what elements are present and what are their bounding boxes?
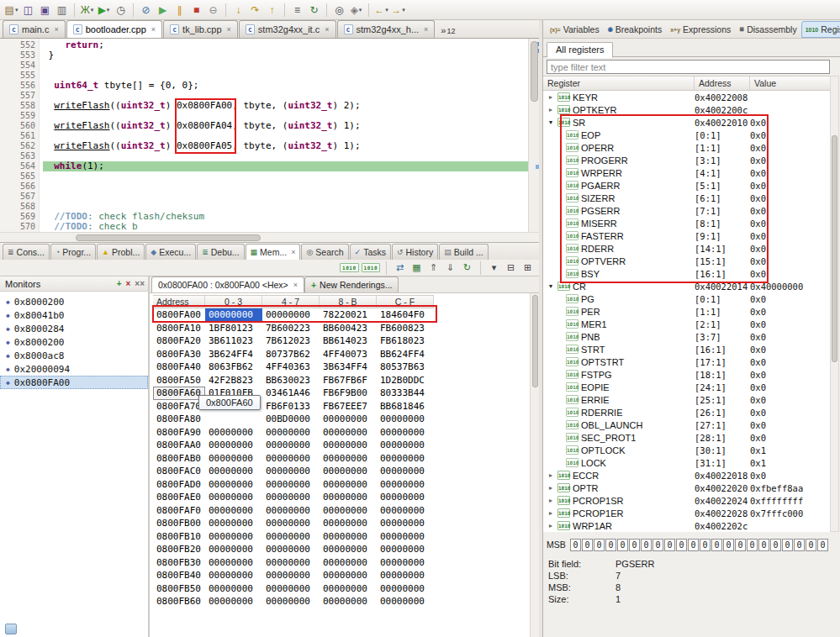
memory-address-cell[interactable]: 0800FB00 xyxy=(153,517,205,530)
memory-value-cell[interactable]: 00000000 xyxy=(320,478,377,492)
memory-value-cell[interactable]: 7B600223 xyxy=(262,322,320,335)
memory-address-cell[interactable]: 0800FAE0 xyxy=(153,491,205,504)
memory-value-cell[interactable]: 00000000 xyxy=(377,556,434,570)
memory-value-cell[interactable]: 00BD0000 xyxy=(262,413,320,426)
scrollbar-thumb[interactable] xyxy=(832,135,837,362)
register-row[interactable]: ▸1010PCROP1ER0x400220280x7fffc000 xyxy=(543,507,830,519)
memory-monitor-item[interactable]: ◆0x8000200 xyxy=(0,295,148,308)
remove-all-monitors-button[interactable]: ×× xyxy=(135,279,145,288)
tab-registers[interactable]: 1010Registers xyxy=(801,21,840,38)
register-row[interactable]: 1010OPTLOCK[30:1]0x1 xyxy=(543,444,830,456)
dropdown-arrow-icon[interactable]: ▾ xyxy=(359,7,362,13)
memory-value-cell[interactable]: FB67FB6F xyxy=(320,374,377,387)
memory-value-cell[interactable]: BB681846 xyxy=(377,400,434,413)
view-tab-progr[interactable]: ◔Progr... xyxy=(50,244,96,260)
register-row[interactable]: 1010EOPIE[24:1]0x0 xyxy=(543,381,830,393)
register-row[interactable]: 1010LOCK[31:1]0x1 xyxy=(543,456,830,469)
view-tab-probl[interactable]: ▲Probl... xyxy=(97,244,145,260)
memory-value-cell[interactable]: 00000000 xyxy=(377,491,434,504)
memory-address-cell[interactable]: 0800FAF0 xyxy=(153,504,205,518)
memory-value-cell[interactable]: 00000000 xyxy=(205,465,262,478)
memory-address-cell[interactable]: 0800FAD0 xyxy=(153,478,205,492)
memory-address-cell[interactable]: 0800FB10 xyxy=(153,530,205,544)
memory-address-cell[interactable]: 0800FA40 xyxy=(153,361,205,374)
memory-rendering-tab[interactable]: 0x0800FA00 : 0x800FA00 <Hex> × xyxy=(151,276,304,292)
maximize-view-button[interactable]: ⊞ xyxy=(520,261,535,275)
register-row[interactable]: 1010OBL_LAUNCH[27:1]0x0 xyxy=(543,419,830,431)
memory-value-cell[interactable]: 00000000 xyxy=(262,504,320,518)
expand-arrow-icon[interactable]: ▸ xyxy=(547,509,555,517)
memory-value-cell[interactable]: 00000000 xyxy=(377,595,434,608)
scrollbar-thumb[interactable] xyxy=(76,234,261,241)
memory-value-cell[interactable] xyxy=(205,413,262,426)
memory-value-cell[interactable]: 00000000 xyxy=(205,556,262,570)
register-row[interactable]: ▸1010KEYR0x40022008 xyxy=(543,91,830,103)
tab-disassembly[interactable]: ≣Disassembly xyxy=(735,21,800,38)
memory-value-cell[interactable]: 00000000 xyxy=(320,530,377,544)
memory-column-header[interactable]: Address xyxy=(153,296,205,308)
memory-value-cell[interactable]: 78220021 xyxy=(320,308,377,322)
memory-address-cell[interactable]: 0800FA60 xyxy=(153,387,205,400)
editor-tab-stm32g4xx-it-c[interactable]: cstm32g4xx_it.c× xyxy=(239,20,336,38)
toggle-memory-monitors-pane-button[interactable]: 1010 xyxy=(340,261,358,275)
memory-value-cell[interactable]: 00000000 xyxy=(262,569,320,582)
register-row[interactable]: 1010BSY[16:1]0x0 xyxy=(543,267,830,280)
editor-tab-overflow[interactable]: »12 xyxy=(441,25,455,35)
export-memory-button[interactable]: ⇑ xyxy=(426,261,441,275)
register-column-header[interactable]: Value xyxy=(750,76,830,90)
memory-value-cell[interactable]: 00000000 xyxy=(377,478,434,492)
memory-value-cell[interactable]: 1BF80123 xyxy=(205,322,262,335)
register-row[interactable]: 1010OPTSTRT[17:1]0x0 xyxy=(543,355,830,368)
expand-arrow-icon[interactable]: ▸ xyxy=(547,484,555,492)
memory-value-cell[interactable]: 00000000 xyxy=(205,530,262,544)
close-icon[interactable]: × xyxy=(227,25,231,34)
register-row[interactable]: 1010PROGERR[3:1]0x0 xyxy=(543,154,830,166)
editor-vertical-scrollbar[interactable] xyxy=(528,39,540,232)
memory-value-cell[interactable]: 00000000 xyxy=(205,517,262,530)
disconnect-button[interactable]: ⊖ xyxy=(205,2,221,18)
memory-value-cell[interactable]: BB630023 xyxy=(262,374,320,387)
editor-horizontal-scrollbar[interactable] xyxy=(0,232,540,242)
close-icon[interactable]: × xyxy=(151,25,156,34)
tab-variables[interactable]: (x)=Variables xyxy=(546,21,604,38)
memory-value-cell[interactable]: 00000000 xyxy=(205,308,262,322)
link-memory-rendering-button[interactable]: ⇄ xyxy=(393,261,407,275)
memory-value-cell[interactable]: 00000000 xyxy=(377,543,434,556)
step-over-button[interactable]: ↷ xyxy=(247,2,263,18)
memory-value-cell[interactable]: 00000000 xyxy=(320,465,377,478)
memory-value-cell[interactable]: 00000000 xyxy=(320,426,377,440)
memory-value-cell[interactable]: 00000000 xyxy=(205,595,262,608)
memory-value-cell[interactable]: 00000000 xyxy=(262,308,320,322)
close-icon[interactable]: × xyxy=(291,248,295,256)
memory-monitor-item[interactable]: ◆0x8000200 xyxy=(0,335,148,349)
memory-value-cell[interactable]: 00000000 xyxy=(205,569,262,582)
editor-tab-stm32g4xx-h[interactable]: cstm32g4xx_h...× xyxy=(337,20,436,38)
memory-monitor-item[interactable]: ◆0x20000094 xyxy=(0,362,148,376)
debug-button[interactable]: Ж▾ xyxy=(79,2,95,18)
register-column-header[interactable]: Address xyxy=(695,76,750,90)
register-row[interactable]: ▾1010CR0x400220140x40000000 xyxy=(543,280,830,292)
memory-value-cell[interactable]: 00000000 xyxy=(205,452,262,466)
register-row[interactable]: 1010PGAERR[5:1]0x0 xyxy=(543,179,830,192)
step-into-button[interactable]: ↓ xyxy=(230,2,246,18)
memory-value-cell[interactable]: 42F2B823 xyxy=(205,374,262,387)
forward-button[interactable]: →▾ xyxy=(390,2,406,18)
register-row[interactable]: 1010EOP[0:1]0x0 xyxy=(543,129,830,141)
memory-value-cell[interactable]: 80333B44 xyxy=(377,387,434,400)
view-tab-execu[interactable]: ◆Execu... xyxy=(145,244,196,260)
terminate-button[interactable]: ■ xyxy=(188,2,204,18)
memory-value-cell[interactable]: 00000000 xyxy=(262,491,320,504)
new-memory-rendering-button[interactable]: ▦ xyxy=(409,261,424,275)
memory-value-cell[interactable]: 00000000 xyxy=(262,439,320,452)
register-row[interactable]: 1010PNB[3:7]0x0 xyxy=(543,330,830,343)
instruction-stepping-button[interactable]: ≡ xyxy=(289,2,305,18)
save-all-button[interactable]: ▣ xyxy=(37,2,53,18)
memory-address-cell[interactable]: 0800FA90 xyxy=(153,426,205,440)
memory-value-cell[interactable]: 00000000 xyxy=(320,452,377,466)
new-renderings-tab[interactable]: + New Renderings... xyxy=(304,276,399,292)
memory-value-cell[interactable]: 00000000 xyxy=(320,569,377,582)
memory-value-cell[interactable]: 03461A46 xyxy=(262,387,320,400)
memory-value-cell[interactable]: 00000000 xyxy=(377,465,434,478)
tab-expressions[interactable]: x+yExpressions xyxy=(666,21,735,38)
profile-button[interactable]: ◷ xyxy=(113,2,129,18)
